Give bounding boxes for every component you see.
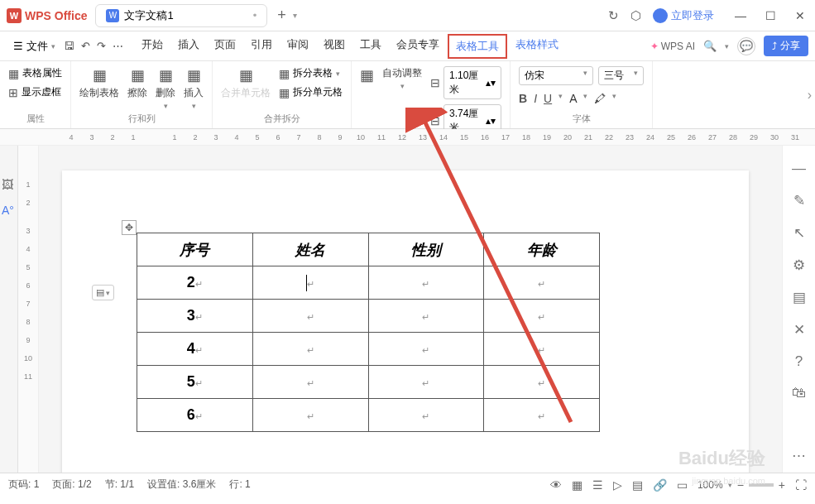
minus-icon[interactable]: — <box>792 161 806 177</box>
document-table[interactable]: 序号 姓名 性别 年龄 2↵ ↵ ↵ ↵ 3↵ ↵ ↵ ↵ <box>137 233 600 432</box>
split-cells-button[interactable]: ▦拆分单元格 <box>279 85 343 99</box>
distribute-button[interactable]: ▦ <box>360 66 374 84</box>
italic-button[interactable]: I <box>534 92 537 105</box>
row-height-input[interactable]: ⊟1.10厘米▴▾ <box>430 66 501 99</box>
pencil-icon[interactable]: ✎ <box>793 192 805 209</box>
close-button[interactable]: ✕ <box>792 9 808 22</box>
vertical-ruler[interactable]: 1234567891011 <box>18 146 39 473</box>
tab-dropdown[interactable]: ▾ <box>293 11 297 20</box>
table-cell[interactable]: 5↵ <box>137 366 253 399</box>
tab-table-tools[interactable]: 表格工具 <box>448 34 507 59</box>
link-icon[interactable]: 🔗 <box>653 478 667 492</box>
status-setting[interactable]: 设置值: 3.6厘米 <box>147 478 216 492</box>
new-tab-button[interactable]: + <box>277 7 286 24</box>
redo-icon[interactable]: ↷ <box>97 40 106 52</box>
table-cell[interactable]: ↵ <box>368 266 484 300</box>
highlight-button[interactable]: 🖍 <box>594 92 606 105</box>
header-cell[interactable]: 序号 <box>137 233 253 266</box>
eye-icon[interactable]: 👁 <box>550 478 562 492</box>
table-cell[interactable]: 2↵ <box>137 266 253 300</box>
settings-icon[interactable]: ⚙ <box>793 257 805 274</box>
table-cell[interactable]: ↵ <box>252 300 368 333</box>
outline-icon[interactable]: ▤ <box>632 478 643 492</box>
file-menu[interactable]: ☰ 文件 ▾ <box>7 36 62 57</box>
table-cell[interactable]: 4↵ <box>137 333 253 366</box>
table-cell[interactable]: 6↵ <box>137 399 253 432</box>
document-tab[interactable]: W 文字文稿1 • <box>95 4 267 27</box>
tab-tools[interactable]: 工具 <box>353 34 388 59</box>
table-cell[interactable]: ↵ <box>368 366 484 399</box>
canvas[interactable]: ✥ ▤▾ 序号 姓名 性别 年龄 2↵ ↵ ↵ ↵ 3↵ ↵ ↵ <box>39 146 782 473</box>
more-icon[interactable]: ⋯ <box>113 40 123 52</box>
tab-review[interactable]: 审阅 <box>280 34 315 59</box>
tab-reference[interactable]: 引用 <box>244 34 279 59</box>
font-color-button[interactable]: A <box>569 92 577 105</box>
horizontal-ruler[interactable]: 4321123456789101112131415161718192021222… <box>0 129 815 146</box>
chat-icon[interactable]: 💬 <box>737 37 755 55</box>
table-cell[interactable]: ↵ <box>484 300 600 333</box>
page[interactable]: ✥ ▤▾ 序号 姓名 性别 年龄 2↵ ↵ ↵ ↵ 3↵ ↵ ↵ <box>62 170 749 473</box>
table-properties-button[interactable]: ▦表格属性 <box>8 66 62 80</box>
login-button[interactable]: 立即登录 <box>653 8 714 23</box>
table-cell[interactable]: ↵ <box>484 366 600 399</box>
table-cell[interactable]: ↵ <box>252 333 368 366</box>
zoom-in-icon[interactable]: + <box>779 478 785 492</box>
delete-button[interactable]: ▦删除▾ <box>156 66 175 110</box>
book-icon[interactable]: ▤ <box>793 289 806 306</box>
grid-view-icon[interactable]: ▦ <box>572 478 582 492</box>
underline-button[interactable]: U <box>544 92 552 105</box>
erase-button[interactable]: ▦擦除 <box>127 66 147 100</box>
table-cell[interactable]: ↵ <box>252 399 368 432</box>
header-cell[interactable]: 年龄 <box>484 233 600 266</box>
table-cell[interactable]: ↵ <box>252 266 368 300</box>
show-dashed-button[interactable]: ⊞显示虚框 <box>8 85 62 99</box>
status-section[interactable]: 节: 1/1 <box>105 478 134 492</box>
save-icon[interactable]: 🖫 <box>64 40 74 52</box>
font-name-select[interactable]: 仿宋▾ <box>519 66 593 85</box>
wps-ai-button[interactable]: ✦ WPS AI <box>650 41 695 52</box>
table-move-handle[interactable]: ✥ <box>122 220 137 235</box>
reading-view-icon[interactable]: ☰ <box>592 478 603 492</box>
table-cell[interactable]: ↵ <box>484 333 600 366</box>
shopping-icon[interactable]: 🛍 <box>792 385 806 401</box>
page-view-icon[interactable]: ▭ <box>677 478 688 492</box>
tab-page[interactable]: 页面 <box>208 34 242 59</box>
tab-table-style[interactable]: 表格样式 <box>509 34 565 59</box>
table-cell[interactable]: ↵ <box>368 399 484 432</box>
tab-start[interactable]: 开始 <box>135 34 170 59</box>
search-icon[interactable]: 🔍 <box>703 40 717 52</box>
table-cell[interactable]: ↵ <box>252 366 368 399</box>
cube-icon[interactable]: ⬡ <box>630 8 641 23</box>
bold-button[interactable]: B <box>519 92 527 105</box>
search-dropdown[interactable]: ▾ <box>725 42 729 50</box>
help-icon[interactable]: ? <box>795 353 803 370</box>
tools-icon[interactable]: ✕ <box>793 321 805 338</box>
font-size-select[interactable]: 三号▾ <box>598 66 644 85</box>
table-cell[interactable]: 3↵ <box>137 300 253 333</box>
zoom-control[interactable]: 100%▾ − + <box>698 478 785 492</box>
tab-member[interactable]: 会员专享 <box>390 34 446 59</box>
row-toolbar[interactable]: ▤▾ <box>92 285 114 300</box>
tab-view[interactable]: 视图 <box>317 34 352 59</box>
status-line[interactable]: 行: 1 <box>229 478 250 492</box>
table-cell[interactable]: ↵ <box>368 333 484 366</box>
more-tools-icon[interactable]: ⋯ <box>792 447 806 464</box>
minimize-button[interactable]: — <box>732 9 749 22</box>
table-cell[interactable]: ↵ <box>484 266 600 300</box>
table-cell[interactable]: ↵ <box>484 399 600 432</box>
status-page[interactable]: 页面: 1/2 <box>52 478 91 492</box>
auto-adjust-button[interactable]: 自动调整▾ <box>382 66 422 90</box>
play-icon[interactable]: ▷ <box>613 478 622 492</box>
cursor-icon[interactable]: ↖ <box>793 224 805 242</box>
undo-icon[interactable]: ↶ <box>81 40 90 52</box>
split-table-button[interactable]: ▦拆分表格▾ <box>279 66 343 80</box>
table-cell[interactable]: ↵ <box>368 300 484 333</box>
maximize-button[interactable]: ☐ <box>762 9 779 22</box>
image-icon[interactable]: 🖼 <box>2 178 14 191</box>
fullscreen-icon[interactable]: ⛶ <box>795 478 807 492</box>
share-button[interactable]: ⤴ 分享 <box>764 36 808 56</box>
text-icon[interactable]: A° <box>2 204 14 217</box>
tab-insert[interactable]: 插入 <box>171 34 206 59</box>
ribbon-overflow-button[interactable]: › <box>808 88 812 103</box>
header-cell[interactable]: 性别 <box>368 233 484 266</box>
